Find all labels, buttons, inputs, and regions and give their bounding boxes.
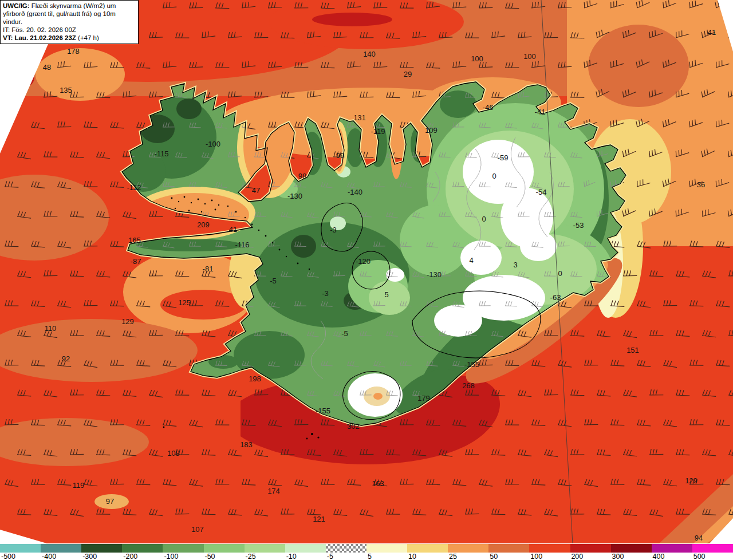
flux-value-label: 0 xyxy=(558,269,562,278)
colorbar-tick: -200 xyxy=(123,553,137,560)
flux-value-label: -3 xyxy=(330,226,337,234)
colorbar: -500-400-300-200-100-50-25-10-5510255010… xyxy=(0,543,733,560)
flux-value-label: -140 xyxy=(348,188,362,196)
colorbar-segment xyxy=(81,544,122,553)
flux-value-label: -119 xyxy=(371,127,385,136)
colorbar-segment xyxy=(0,544,41,553)
flux-value-label: -130 xyxy=(427,270,442,279)
flux-value-label: -5 xyxy=(341,329,348,338)
flux-value-label: 129 xyxy=(685,476,697,485)
colorbar-segment xyxy=(285,544,326,553)
flux-value-label: 174 xyxy=(267,487,280,495)
colorbar-segment xyxy=(529,544,570,553)
flux-value-label: -155 xyxy=(316,407,330,415)
flux-value-label: 135 xyxy=(60,86,72,94)
colorbar-tick: 5 xyxy=(368,553,372,560)
flux-value-label: 100 xyxy=(523,52,536,61)
flux-value-label: -41 xyxy=(535,108,546,116)
colorbar-tick: -500 xyxy=(1,553,15,560)
flux-value-label: 36 xyxy=(697,180,705,189)
colorbar-tick: -300 xyxy=(82,553,97,560)
colorbar-tick: -50 xyxy=(205,553,215,560)
flux-value-label: 198 xyxy=(249,374,261,383)
flux-value-label: 129 xyxy=(121,317,134,326)
flux-value-label: 163 xyxy=(372,479,384,488)
colorbar-tick: -100 xyxy=(164,553,178,560)
flux-value-label: -53 xyxy=(573,221,584,230)
flux-value-label: 5 xyxy=(384,290,388,299)
flux-value-label: -116 xyxy=(235,240,249,249)
flux-value-label: 107 xyxy=(191,525,204,534)
flux-value-label: 121 xyxy=(313,515,325,523)
colorbar-segment xyxy=(163,544,203,553)
flux-value-label: -3 xyxy=(322,289,329,298)
colorbar-tick: 50 xyxy=(490,553,498,560)
flux-value-label: 209 xyxy=(197,220,210,229)
colorbar-tick: -5 xyxy=(327,553,333,560)
flux-value-label: -46 xyxy=(483,103,494,112)
colorbar-segment xyxy=(652,544,692,553)
flux-value-label: 151 xyxy=(626,346,639,354)
colorbar-tick: 100 xyxy=(530,553,542,560)
flux-value-label: 0 xyxy=(482,215,486,223)
flux-value-label: 109 xyxy=(425,126,438,135)
flux-value-label: 48 xyxy=(43,63,51,72)
colorbar-segment xyxy=(611,544,652,553)
flux-value-label: -130 xyxy=(287,192,302,200)
flux-value-label: 100 xyxy=(471,54,483,63)
flux-value-label: 4 xyxy=(469,256,473,265)
flux-value-label: 183 xyxy=(240,440,253,449)
colorbar-segment xyxy=(41,544,81,553)
flux-value-label: 125 xyxy=(178,298,191,307)
flux-value-label: 165 xyxy=(128,236,141,244)
title-line-3: IT: Fös. 20. 02. 2026 00Z xyxy=(3,26,136,34)
colorbar-segment xyxy=(245,544,285,553)
flux-value-label: 99 xyxy=(336,151,344,160)
flux-value-label: -63 xyxy=(550,293,561,302)
colorbar-tick: 10 xyxy=(408,553,416,560)
flux-value-label: -5 xyxy=(270,277,277,285)
flux-value-label: 98 xyxy=(298,172,306,180)
flux-value-label: -59 xyxy=(498,153,509,162)
title-line-1: UWC/IG: Flæði skynvarma (W/m2) um xyxy=(3,2,136,10)
colorbar-segments xyxy=(0,544,733,553)
flux-value-label: 268 xyxy=(462,381,475,390)
flux-value-label: 119 xyxy=(73,481,85,490)
flux-value-label: 47 xyxy=(252,186,260,195)
flux-value-label: -120 xyxy=(356,257,371,266)
colorbar-tick: 25 xyxy=(449,553,457,560)
colorbar-segment xyxy=(326,544,366,553)
flux-value-label: 302 xyxy=(347,422,360,431)
colorbar-tick: 400 xyxy=(653,553,665,560)
flux-value-label: 94 xyxy=(695,534,703,542)
flux-value-label: -100 xyxy=(206,140,220,148)
flux-value-label: -87 xyxy=(131,257,141,266)
flux-value-label: 97 xyxy=(106,497,114,506)
flux-value-label: -54 xyxy=(536,188,547,196)
colorbar-tick: 200 xyxy=(571,553,583,560)
colorbar-segment xyxy=(122,544,163,553)
title-line-2: yfirborð (grænt til, gul/rautt frá) og 1… xyxy=(3,10,136,26)
flux-value-label: 110 xyxy=(45,324,57,333)
colorbar-tick: -25 xyxy=(246,553,256,560)
flux-value-label: -81 xyxy=(203,265,214,273)
title-line-4: VT: Lau. 21.02.2026 23Z (+47 h) xyxy=(3,34,136,42)
flux-value-label: -112 xyxy=(127,183,141,192)
flux-value-label: 178 xyxy=(67,47,80,56)
colorbar-segment xyxy=(692,544,733,553)
colorbar-segment xyxy=(448,544,488,553)
flux-value-label: 29 xyxy=(404,70,412,78)
colorbar-segment xyxy=(488,544,529,553)
flux-value-label: 41 xyxy=(229,225,237,234)
flux-value-label: 140 xyxy=(363,50,376,58)
title-box: UWC/IG: Flæði skynvarma (W/m2) um yfirbo… xyxy=(0,0,139,44)
flux-value-label: 108 xyxy=(167,449,180,458)
flux-value-label: -155 xyxy=(464,360,479,369)
map-canvas: 178482781351402910010041-46-41131-119109… xyxy=(0,0,733,544)
flux-value-label: 131 xyxy=(353,113,366,122)
colorbar-tick-labels: -500-400-300-200-100-50-25-10-5510255010… xyxy=(0,553,733,560)
colorbar-segment xyxy=(204,544,245,553)
colorbar-segment xyxy=(570,544,611,553)
colorbar-tick: 500 xyxy=(693,553,706,560)
colorbar-segment xyxy=(366,544,407,553)
